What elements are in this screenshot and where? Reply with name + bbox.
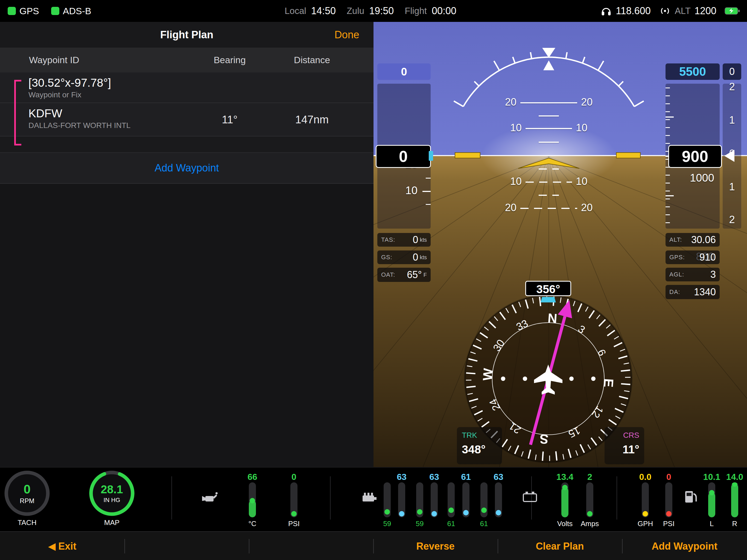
battery-icon: [725, 6, 740, 15]
tach-value: 0: [24, 482, 31, 497]
egt-gauge-2: 63: [427, 472, 442, 528]
add-waypoint-button[interactable]: Add Waypoint: [622, 532, 747, 560]
fuel-left-bar: [708, 482, 715, 517]
battery-gauge-icon: [522, 490, 538, 503]
cht-gauge-4: 61: [476, 472, 491, 528]
svg-text:N: N: [547, 311, 558, 326]
fuel-pressure-bar: [665, 482, 672, 517]
squawk-code[interactable]: 1200: [695, 5, 716, 17]
pitch-label: 20: [500, 202, 516, 213]
oil-pressure-value: 0: [291, 472, 297, 482]
transponder-icon: [659, 5, 671, 17]
fuel-right-value: 14.0: [726, 472, 743, 482]
zulu-time-label: Zulu: [347, 6, 364, 16]
altitude-bug-readout[interactable]: 5500: [666, 63, 720, 80]
bottom-menu-bar: ◀ Exit Reverse Clear Plan Add Waypoint: [0, 531, 747, 560]
airspeed-current: 0: [376, 145, 431, 168]
clear-plan-button[interactable]: Clear Plan: [498, 532, 622, 560]
oil-temp-gauge: 66 °C: [240, 472, 265, 528]
reverse-button[interactable]: Reverse: [373, 532, 498, 560]
fuel-flow-gauge: 0.0 GPH: [633, 472, 658, 528]
egt-gauge-3: 61: [459, 472, 473, 528]
fuel-left-gauge: 10.1 L: [699, 472, 724, 528]
fuel-flow-bar: [642, 482, 649, 517]
cht-gauge-3: 61: [444, 472, 459, 528]
local-time-label: Local: [285, 6, 306, 16]
waypoint-bearing: 11°: [208, 103, 252, 136]
pitch-label: 10: [576, 176, 592, 187]
baro-readout[interactable]: ALT: 30.06: [666, 233, 720, 247]
map-value: 28.1: [101, 483, 123, 496]
course-readout[interactable]: CRS 11°: [604, 427, 644, 464]
column-bearing: Bearing: [208, 48, 252, 73]
vsi-label: 1: [723, 181, 741, 193]
com-frequency[interactable]: 118.600: [616, 5, 650, 17]
heading-readout: 356°: [525, 281, 571, 296]
divider: [617, 476, 617, 519]
egt-gauge-1: 63: [394, 472, 409, 528]
gps-status-indicator: [8, 7, 16, 15]
add-waypoint-row[interactable]: Add Waypoint: [0, 153, 374, 184]
zulu-time-value: 19:50: [369, 5, 394, 17]
flight-plan-header: Flight Plan Done: [0, 22, 374, 48]
tach-gauge: 0 RPM TACH: [2, 469, 52, 527]
divider: [330, 476, 331, 519]
tas-readout: TAS: 0 kts: [377, 233, 431, 247]
oat-readout: OAT: 65° F: [377, 268, 431, 282]
oil-icon: [201, 489, 218, 505]
pitch-label: 20: [581, 202, 597, 213]
waypoint-subtitle: Waypoint or Fix: [28, 91, 81, 99]
waypoint-distance: [285, 73, 339, 103]
gs-readout: GS: 0 kts: [377, 251, 431, 264]
receiver-status-group: GPS ADS-B: [8, 0, 91, 22]
oil-pressure-bar: [290, 482, 298, 517]
airspeed-bug-readout[interactable]: 0: [377, 63, 431, 80]
gps-alt-readout: GPS: 910: [666, 251, 720, 264]
vsi-scale: 2 1 0 1 2: [723, 84, 741, 229]
fuel-right-bar: [731, 482, 738, 517]
engine-instruments: 0 RPM TACH 28.1 IN HG MAP 66: [0, 467, 747, 532]
exit-button[interactable]: ◀ Exit: [0, 532, 124, 560]
cht-gauge-1: 59: [380, 472, 394, 528]
vsi-label: 2: [723, 81, 741, 93]
vsi-label: 1: [723, 114, 741, 126]
altitude-tick-1000: 1000: [690, 172, 714, 184]
volts-bar: [561, 482, 568, 517]
cht-gauge-2: 59: [412, 472, 427, 528]
amps-bar: [586, 482, 593, 517]
pfd: 20 20 10 10 10 10 20 20: [374, 22, 747, 467]
engine-icon: [360, 489, 378, 505]
roll-pointer: [543, 60, 554, 70]
clocks-group: Local 14:50 Zulu 19:50 Flight 00:00: [285, 0, 462, 22]
volts-value: 13.4: [557, 472, 573, 482]
adsb-status-indicator: [51, 7, 59, 15]
headphones-icon: [600, 5, 612, 17]
column-waypoint-id: Waypoint ID: [29, 48, 79, 73]
radio-group: 118.600 ALT 1200: [600, 0, 740, 22]
fuel-flow-value: 0.0: [639, 472, 651, 482]
oil-temp-value: 66: [248, 472, 257, 482]
fuel-pump-icon: [682, 488, 699, 505]
add-waypoint-label: Add Waypoint: [154, 162, 219, 174]
divider: [249, 539, 249, 554]
done-button[interactable]: Done: [334, 22, 359, 48]
flight-plan-row-kdfw[interactable]: KDFW DALLAS-FORT WORTH INTL 11° 147nm: [0, 103, 374, 136]
vs-bug-readout[interactable]: 0: [723, 63, 741, 80]
flight-plan-row-waypoint[interactable]: [30.52°x-97.78°] Waypoint or Fix: [0, 73, 374, 103]
heading-bug[interactable]: [541, 297, 556, 302]
flight-time-label: Flight: [405, 6, 427, 16]
app-screen: GPS ADS-B Local 14:50 Zulu 19:50 Flight …: [0, 0, 747, 560]
waypoint-id: KDFW: [28, 107, 62, 120]
adsb-status: ADS-B: [51, 6, 91, 17]
column-distance: Distance: [285, 48, 339, 73]
waypoint-subtitle: DALLAS-FORT WORTH INTL: [28, 121, 130, 130]
oil-pressure-gauge: 0 PSI: [282, 472, 306, 528]
divider: [172, 476, 172, 519]
map-gauge: 28.1 IN HG MAP: [87, 469, 136, 527]
amps-value: 2: [587, 472, 592, 482]
adsb-status-label: ADS-B: [63, 6, 91, 17]
svg-text:S: S: [539, 432, 549, 447]
roll-scale: [442, 48, 655, 130]
svg-text:E: E: [601, 378, 616, 388]
active-leg-bracket: [14, 80, 21, 146]
